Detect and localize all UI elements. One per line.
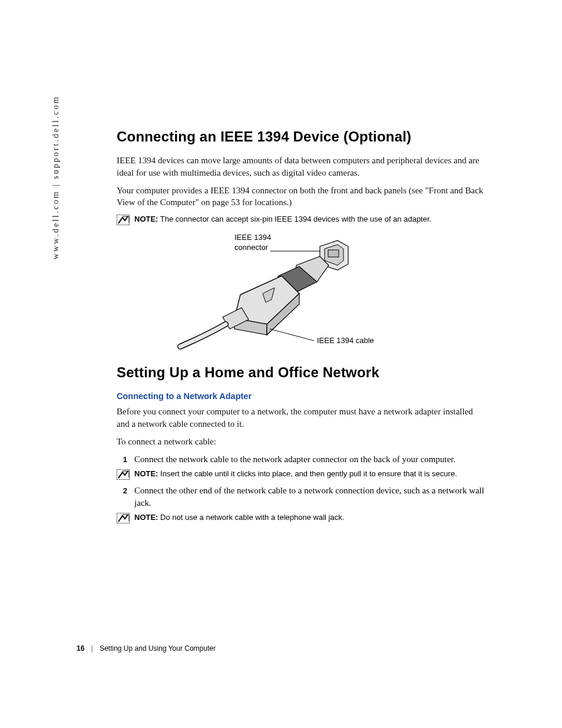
- page-footer: 16 | Setting Up and Using Your Computer: [77, 644, 216, 653]
- note-block: NOTE: Do not use a network cable with a …: [117, 512, 488, 523]
- footer-separator: |: [91, 644, 93, 653]
- body-paragraph: To connect a network cable:: [117, 436, 488, 447]
- figure-ieee1394: IEEE 1394 connector IEEE 1394 cable: [117, 230, 488, 360]
- svg-rect-5: [328, 250, 339, 257]
- figure-label-line: IEEE 1394: [234, 233, 271, 242]
- note-icon: [117, 513, 130, 523]
- step-text: Connect the other end of the network cab…: [134, 485, 488, 509]
- section-heading-network: Setting Up a Home and Office Network: [117, 363, 488, 382]
- side-url-text: www.dell.com | support.dell.com: [51, 95, 62, 259]
- body-paragraph: Your computer provides a IEEE 1394 conne…: [117, 185, 488, 209]
- figure-label-cable: IEEE 1394 cable: [317, 336, 374, 345]
- step-text: Connect the network cable to the network…: [134, 453, 488, 465]
- note-block: NOTE: The connector can accept six-pin I…: [117, 214, 488, 225]
- svg-line-13: [270, 329, 314, 341]
- note-body: Do not use a network cable with a teleph…: [160, 513, 344, 522]
- note-icon: [117, 469, 130, 480]
- subsection-heading: Connecting to a Network Adapter: [117, 391, 488, 403]
- figure-label-line: connector: [234, 243, 268, 252]
- page-content: Connecting an IEEE 1394 Device (Optional…: [117, 127, 488, 528]
- note-text: NOTE: Do not use a network cable with a …: [134, 512, 344, 523]
- note-label: NOTE:: [134, 215, 158, 223]
- step-item: 1 Connect the network cable to the netwo…: [117, 453, 488, 465]
- note-body: The connector can accept six-pin IEEE 13…: [160, 215, 431, 223]
- note-label: NOTE:: [134, 469, 158, 478]
- step-number: 1: [117, 453, 127, 465]
- note-icon: [117, 215, 130, 225]
- page-number: 16: [77, 644, 84, 653]
- figure-svg: [117, 230, 488, 360]
- section-heading-ieee1394: Connecting an IEEE 1394 Device (Optional…: [117, 127, 488, 146]
- footer-chapter: Setting Up and Using Your Computer: [100, 644, 216, 653]
- note-text: NOTE: The connector can accept six-pin I…: [134, 214, 431, 225]
- note-text: NOTE: Insert the cable until it clicks i…: [134, 469, 457, 479]
- figure-label-connector: IEEE 1394 connector: [234, 233, 271, 252]
- body-paragraph: IEEE 1394 devices can move large amounts…: [117, 154, 488, 179]
- note-body: Insert the cable until it clicks into pl…: [160, 469, 457, 478]
- step-number: 2: [117, 485, 127, 509]
- body-paragraph: Before you connect your computer to a ne…: [117, 406, 488, 430]
- note-label: NOTE:: [134, 513, 158, 522]
- note-block: NOTE: Insert the cable until it clicks i…: [117, 469, 488, 480]
- step-item: 2 Connect the other end of the network c…: [117, 485, 488, 509]
